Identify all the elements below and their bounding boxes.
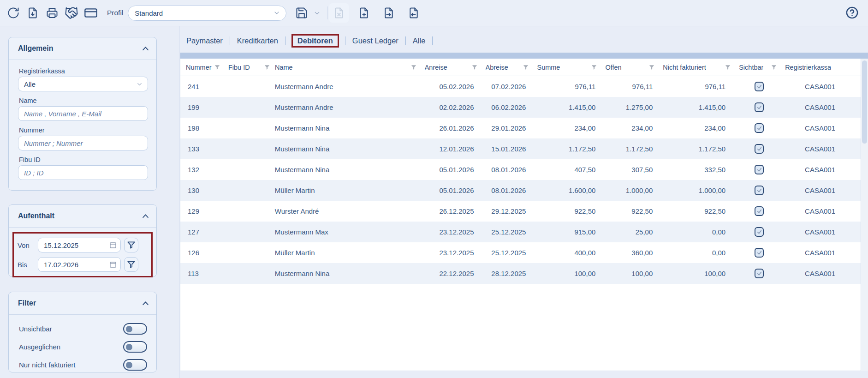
file-export-button[interactable] <box>404 3 423 23</box>
table-row[interactable]: 132Mustermann Nina05.01.202608.01.202640… <box>180 159 868 180</box>
column-header-registrierkassa[interactable]: Registrierkassa <box>779 59 868 76</box>
cell-anreise: 23.12.2025 <box>419 228 480 236</box>
von-date-input[interactable]: 15.12.2025 <box>38 238 121 252</box>
cashier-card-button[interactable] <box>81 3 101 23</box>
chevron-down-icon <box>273 9 280 17</box>
calendar-icon[interactable] <box>109 241 117 249</box>
file-add-button[interactable] <box>354 3 374 23</box>
column-header-abreise[interactable]: Abreise <box>480 59 532 76</box>
cell-offen: 100,00 <box>600 270 657 277</box>
table-row[interactable]: 130Müller Martin05.01.202608.01.20261.60… <box>180 180 868 201</box>
column-header-name[interactable]: Name <box>273 59 419 76</box>
refresh-button[interactable] <box>4 3 23 23</box>
tab-kreditkarten[interactable]: Kreditkarten <box>236 35 279 47</box>
fibu-id-input[interactable]: ID ; ID <box>18 165 148 180</box>
table-row[interactable]: 241Mustermann Andre05.02.202607.02.20269… <box>180 76 868 97</box>
panel-allgemein-header[interactable]: Allgemein <box>9 37 156 60</box>
column-filter-icon[interactable] <box>649 65 654 70</box>
sichtbar-checkbox-checked[interactable] <box>755 269 764 278</box>
sichtbar-checkbox-checked[interactable] <box>755 165 764 174</box>
cell-nummer: 127 <box>180 228 223 236</box>
column-header-fibu_id[interactable]: Fibu ID <box>223 59 273 76</box>
sichtbar-checkbox-checked[interactable] <box>755 227 764 237</box>
column-header-anreise[interactable]: Anreise <box>419 59 480 76</box>
column-header-sichtbar[interactable]: Sichtbar <box>733 59 779 76</box>
table-row[interactable]: 133Mustermann Nina12.01.202615.01.20261.… <box>180 138 868 159</box>
export-file-button[interactable] <box>23 3 42 23</box>
sichtbar-checkbox-checked[interactable] <box>755 186 764 195</box>
table-row[interactable]: 129Wurster André26.12.202529.12.2025922,… <box>180 201 868 222</box>
column-header-offen[interactable]: Offen <box>600 59 657 76</box>
cell-offen: 976,11 <box>600 83 657 90</box>
sichtbar-checkbox-checked[interactable] <box>755 144 764 154</box>
toggle-switch-off[interactable] <box>123 341 147 353</box>
sichtbar-checkbox-checked[interactable] <box>755 102 764 112</box>
table-row[interactable]: 113Mustermann Nina22.12.202528.12.202510… <box>180 263 868 284</box>
print-button[interactable] <box>42 3 62 23</box>
cell-abreise: 06.02.2026 <box>480 103 532 111</box>
column-header-nummer[interactable]: Nummer <box>180 59 223 76</box>
file-import-button[interactable] <box>379 3 398 23</box>
column-filter-icon[interactable] <box>523 65 529 70</box>
tab-separator <box>345 36 345 45</box>
horizontal-scrollbar[interactable] <box>180 53 868 59</box>
table-row[interactable]: 199Mustermann Andre02.02.202606.02.20261… <box>180 97 868 118</box>
table-row[interactable]: 127Mustermann Max23.12.202525.12.2025915… <box>180 222 868 242</box>
cell-sichtbar <box>733 186 779 195</box>
panel-filter-header[interactable]: Filter <box>9 292 156 315</box>
collapse-chevron-up-icon[interactable] <box>142 46 149 51</box>
column-header-nicht_fakturiert[interactable]: Nicht fakturiert <box>657 59 733 76</box>
cell-name: Mustermann Max <box>273 228 419 236</box>
save-menu-chevron[interactable] <box>311 3 322 23</box>
registrierkassa-select[interactable]: Alle <box>18 77 148 91</box>
column-header-summe[interactable]: Summe <box>531 59 600 76</box>
file-plus-icon <box>357 6 370 19</box>
column-filter-icon[interactable] <box>411 65 416 70</box>
toggle-switch-off[interactable] <box>123 359 147 371</box>
toggle-switch-off[interactable] <box>123 323 147 335</box>
column-filter-icon[interactable] <box>771 65 777 70</box>
tab-guest-ledger[interactable]: Guest Ledger <box>351 35 399 47</box>
vertical-scrollbar-thumb[interactable] <box>862 60 867 144</box>
von-filter-button[interactable] <box>124 238 138 252</box>
save-profile-button[interactable] <box>292 3 311 23</box>
cell-registrierkassa: CASA001 <box>779 166 868 174</box>
column-filter-icon[interactable] <box>591 65 597 70</box>
handshake-button[interactable] <box>62 3 81 23</box>
name-placeholder: Name , Vorname , E-Mail <box>24 110 101 118</box>
vertical-scrollbar[interactable] <box>861 59 868 371</box>
von-label: Von <box>18 241 38 249</box>
sichtbar-checkbox-checked[interactable] <box>755 123 764 133</box>
annotation-highlight-date-range: Von 15.12.2025 Bis 17.02.2026 <box>12 232 153 277</box>
cell-offen: 1.000,00 <box>600 186 657 194</box>
calendar-icon[interactable] <box>109 261 117 268</box>
column-filter-icon[interactable] <box>725 65 731 70</box>
tab-alle[interactable]: Alle <box>412 35 427 47</box>
nummer-input[interactable]: Nummer ; Nummer <box>18 136 148 150</box>
sichtbar-checkbox-checked[interactable] <box>755 206 764 216</box>
panel-aufenthalt-header[interactable]: Aufenthalt <box>9 205 156 228</box>
sichtbar-checkbox-checked[interactable] <box>755 82 764 91</box>
collapse-chevron-up-icon[interactable] <box>142 301 149 306</box>
column-filter-icon[interactable] <box>472 65 477 70</box>
column-filter-icon[interactable] <box>214 65 220 70</box>
cell-nummer: 241 <box>180 83 223 90</box>
column-filter-icon[interactable] <box>264 65 270 70</box>
filter-toggle-row: Nur nicht fakturiert <box>19 359 147 371</box>
name-input[interactable]: Name , Vorname , E-Mail <box>18 106 148 121</box>
registrierkassa-value: Alle <box>24 80 136 88</box>
check-icon <box>756 229 762 235</box>
table-row[interactable]: 198Mustermann Nina26.01.202629.01.202623… <box>180 118 868 138</box>
fibu-id-placeholder: ID ; ID <box>24 169 44 177</box>
sichtbar-checkbox-checked[interactable] <box>755 248 764 258</box>
cell-anreise: 26.01.2026 <box>419 124 480 132</box>
help-button[interactable] <box>844 5 860 20</box>
profile-select[interactable]: Standard <box>128 6 286 21</box>
cell-anreise: 05.02.2026 <box>419 83 480 90</box>
collapse-chevron-up-icon[interactable] <box>142 214 149 218</box>
tab-paymaster[interactable]: Paymaster <box>185 35 224 47</box>
table-row[interactable]: 126Müller Martin23.12.202525.12.2025400,… <box>180 242 868 263</box>
bis-filter-button[interactable] <box>124 257 138 272</box>
tab-debitoren[interactable]: Debitoren <box>291 34 339 48</box>
bis-date-input[interactable]: 17.02.2026 <box>38 257 121 272</box>
